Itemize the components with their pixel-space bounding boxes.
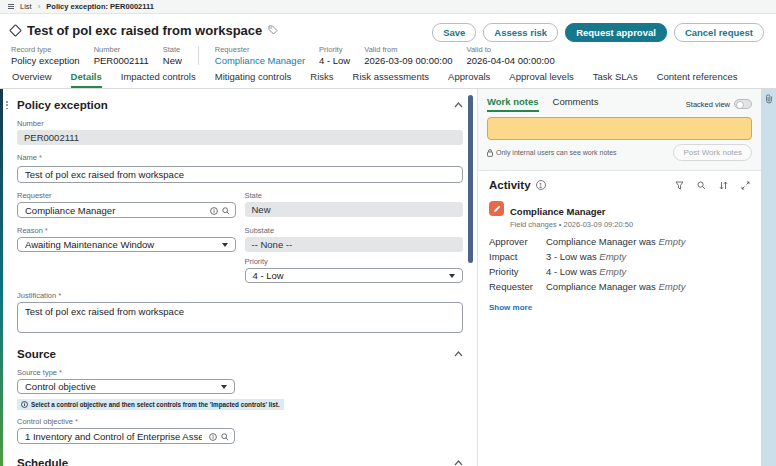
record-header: Test of pol exc raised from workspace Sa… (0, 14, 776, 66)
info-icon (21, 401, 28, 408)
list-icon[interactable] (8, 4, 14, 9)
meta-requester: Requester Compliance Manager (215, 45, 305, 66)
source-type-select[interactable]: Control objective (17, 379, 235, 394)
collapse-chevron-icon[interactable] (454, 460, 463, 466)
breadcrumb-chevron-icon: › (38, 2, 41, 11)
policy-exception-icon (10, 25, 21, 36)
control-objective-field[interactable] (17, 428, 235, 444)
meta-valid-from: Valid from 2026-03-09 00:00:00 (364, 45, 452, 66)
requester-field[interactable] (17, 202, 236, 218)
pencil-icon (493, 205, 501, 213)
meta-number: Number PER0002111 (94, 45, 149, 66)
show-more-link[interactable]: Show more (489, 303, 532, 312)
tab-details[interactable]: Details (71, 66, 102, 88)
substate-label: Substate (245, 226, 464, 235)
activity-count-badge: 1 (536, 180, 546, 190)
justification-textarea[interactable]: Test of pol exc raised from workspace (17, 302, 463, 333)
source-type-label: Source type* (17, 368, 463, 377)
tab-risks[interactable]: Risks (310, 66, 333, 88)
tab-content-references[interactable]: Content references (657, 66, 738, 88)
field-change-row: Requester Compliance Manager was Empty (489, 281, 750, 292)
expand-icon[interactable] (741, 181, 750, 190)
breadcrumb: List › Policy exception: PER0002111 (0, 0, 776, 14)
page-title: Test of pol exc raised from workspace (27, 23, 262, 38)
number-label: Number (17, 119, 463, 128)
tag-icon[interactable] (268, 25, 278, 35)
search-icon[interactable] (221, 427, 229, 445)
avatar (489, 201, 504, 216)
record-tabs: Overview Details Impacted controls Mitig… (0, 66, 776, 89)
meta-divider (198, 46, 199, 65)
tab-task-slas[interactable]: Task SLAs (593, 66, 638, 88)
priority-label: Priority (245, 257, 464, 266)
details-form: Policy exception Number PER0002111 Name*… (0, 89, 477, 466)
attachment-panel-strip (761, 89, 776, 466)
required-marker: * (75, 417, 78, 426)
collapse-chevron-icon[interactable] (454, 102, 463, 108)
required-marker: * (45, 226, 48, 235)
activity-entry: Compliance Manager Field changes • 2026-… (489, 201, 750, 314)
field-change-row: Priority 4 - Low was Empty (489, 266, 750, 277)
breadcrumb-list-link[interactable]: List (20, 2, 32, 11)
source-info-message: Select a control objective and then sele… (17, 399, 284, 410)
chevron-down-icon (222, 243, 228, 247)
cancel-request-button[interactable]: Cancel request (674, 23, 764, 42)
info-icon[interactable] (210, 201, 218, 219)
requester-input[interactable] (18, 205, 210, 216)
substate-field: -- None -- (245, 237, 464, 252)
tab-impacted-controls[interactable]: Impacted controls (121, 66, 196, 88)
work-notes-hint: Only internal users can see work notes (487, 149, 617, 157)
search-icon[interactable] (697, 181, 706, 190)
required-marker: * (58, 291, 61, 300)
required-marker: * (59, 368, 62, 377)
field-change-row: Approver Compliance Manager was Empty (489, 236, 750, 247)
filter-icon[interactable] (675, 181, 684, 190)
paperclip-icon[interactable] (765, 94, 773, 466)
state-label: State (245, 191, 464, 200)
justification-label: Justification* (17, 291, 463, 300)
tab-mitigating-controls[interactable]: Mitigating controls (215, 66, 292, 88)
drag-handle[interactable] (6, 101, 8, 109)
scrollbar-thumb[interactable] (468, 95, 473, 263)
sort-icon[interactable] (719, 181, 728, 190)
info-icon[interactable] (209, 427, 217, 445)
meta-valid-to: Valid to 2026-04-04 00:00:00 (466, 45, 554, 66)
form-edge-strip (0, 89, 3, 466)
reason-label: Reason* (17, 226, 236, 235)
work-notes-input[interactable] (487, 117, 752, 140)
tab-risk-assessments[interactable]: Risk assessments (353, 66, 430, 88)
request-approval-button[interactable]: Request approval (565, 23, 667, 42)
section-title-policy-exception: Policy exception (17, 99, 108, 111)
chevron-down-icon (221, 385, 227, 389)
tab-overview[interactable]: Overview (12, 66, 52, 88)
section-title-source: Source (17, 348, 56, 360)
form-scrollbar[interactable] (468, 95, 473, 462)
chevron-down-icon (449, 274, 455, 278)
name-label: Name* (17, 153, 463, 162)
collapse-chevron-icon[interactable] (454, 351, 463, 357)
section-title-schedule: Schedule (17, 457, 68, 466)
priority-select[interactable]: 4 - Low (245, 268, 464, 283)
stacked-view-toggle[interactable] (734, 99, 752, 109)
tab-work-notes[interactable]: Work notes (487, 96, 539, 112)
tab-approvals[interactable]: Approvals (448, 66, 490, 88)
meta-priority: Priority 4 - Low (319, 45, 350, 66)
tab-comments[interactable]: Comments (553, 96, 599, 112)
stacked-view-label: Stacked view (686, 100, 730, 109)
record-meta: Record type Policy exception Number PER0… (10, 45, 766, 66)
state-field: New (245, 202, 464, 217)
search-icon[interactable] (222, 201, 230, 219)
breadcrumb-record: Policy exception: PER0002111 (46, 2, 154, 11)
name-input[interactable] (17, 166, 463, 183)
requester-link[interactable]: Compliance Manager (215, 55, 305, 66)
reason-select[interactable]: Awaiting Maintenance Window (17, 237, 236, 252)
requester-label: Requester (17, 191, 236, 200)
control-objective-label: Control objective* (17, 417, 463, 426)
post-work-notes-button[interactable]: Post Work notes (673, 144, 752, 161)
tab-approval-levels[interactable]: Approval levels (509, 66, 573, 88)
control-objective-input[interactable] (18, 431, 209, 442)
field-change-row: Impact 3 - Low was Empty (489, 251, 750, 262)
required-marker: * (39, 153, 42, 162)
save-button[interactable]: Save (432, 23, 476, 42)
assess-risk-button[interactable]: Assess risk (483, 23, 558, 42)
